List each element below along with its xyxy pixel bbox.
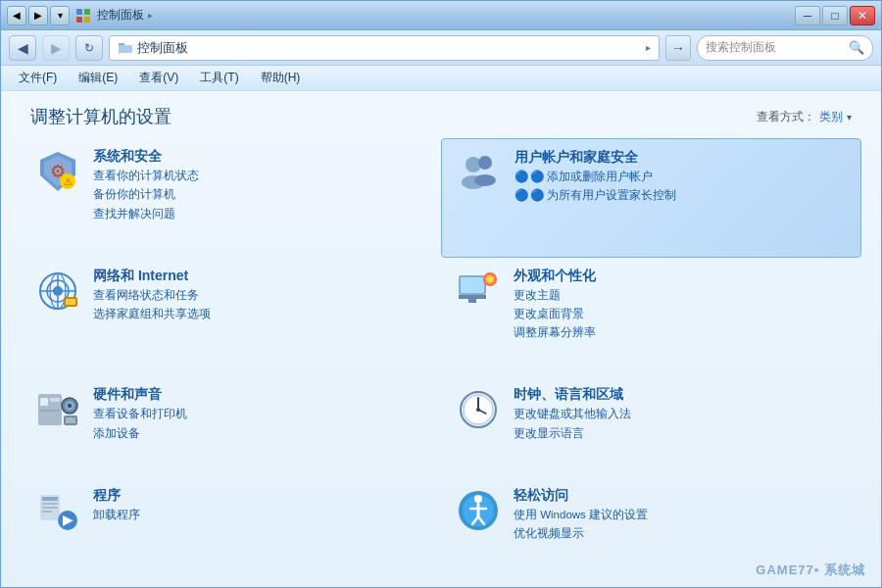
menu-view[interactable]: 查看(V) — [129, 68, 188, 88]
address-arrow: ▸ — [646, 42, 651, 53]
system-security-link-0[interactable]: 查看你的计算机状态 — [93, 168, 199, 184]
menu-edit[interactable]: 编辑(E) — [69, 68, 127, 88]
main-content: 调整计算机的设置 查看方式： 类别 ▾ ⚙ ⚠ — [1, 91, 881, 587]
menu-file[interactable]: 文件(F) — [9, 68, 67, 88]
user-accounts-link-1[interactable]: 🔵 🔵 为所有用户设置家长控制 — [514, 187, 676, 204]
svg-rect-5 — [119, 45, 132, 53]
ease-access-icon — [455, 487, 502, 534]
ease-access-link-1[interactable]: 优化视频显示 — [514, 525, 648, 542]
go-button[interactable]: → — [665, 35, 691, 61]
address-input-wrap[interactable]: 控制面板 ▸ — [109, 35, 660, 61]
ease-access-text: 轻松访问 使用 Windows 建议的设置 优化视频显示 — [514, 487, 648, 543]
user-accounts-icon — [456, 149, 503, 196]
svg-rect-2 — [76, 17, 82, 23]
hardware-link-0[interactable]: 查看设备和打印机 — [93, 406, 187, 422]
title-bar-left: ◀ ▶ ▾ 控制面板 ▸ — [7, 6, 795, 25]
panel-appearance[interactable]: 外观和个性化 更改主题 更改桌面背景 调整屏幕分辨率 — [441, 258, 861, 377]
svg-rect-32 — [50, 398, 60, 402]
title-controls: ─ □ ✕ — [795, 6, 875, 25]
clock-link-0[interactable]: 更改键盘或其他输入法 — [514, 406, 631, 422]
svg-rect-33 — [40, 410, 60, 412]
svg-rect-45 — [42, 497, 58, 501]
system-security-title[interactable]: 系统和安全 — [93, 148, 199, 166]
nav-refresh-button[interactable]: ↻ — [75, 35, 103, 61]
user-accounts-link-0[interactable]: 🔵 🔵 添加或删除用户帐户 — [514, 169, 676, 185]
network-icon — [34, 268, 81, 315]
panel-clock[interactable]: 时钟、语言和区域 更改键盘或其他输入法 更改显示语言 — [441, 376, 861, 476]
menu-help[interactable]: 帮助(H) — [251, 68, 311, 88]
view-arrow-icon: ▾ — [847, 112, 852, 122]
programs-title[interactable]: 程序 — [93, 487, 140, 505]
svg-rect-47 — [42, 507, 58, 509]
hardware-text: 硬件和声音 查看设备和打印机 添加设备 — [93, 386, 187, 442]
panel-system-security[interactable]: ⚙ ⚠ 系统和安全 查看你的计算机状态 备份你的计算机 查找并解决问题 — [21, 138, 441, 258]
panel-network[interactable]: 网络和 Internet 查看网络状态和任务 选择家庭组和共享选项 — [21, 258, 441, 377]
appearance-link-0[interactable]: 更改主题 — [514, 287, 596, 304]
network-link-0[interactable]: 查看网络状态和任务 — [93, 287, 211, 304]
back-button[interactable]: ◀ — [7, 6, 26, 25]
search-wrap[interactable]: 搜索控制面板 🔍 — [697, 35, 873, 61]
menu-tools[interactable]: 工具(T) — [190, 68, 248, 88]
watermark: GAME77▪ 系统城 — [756, 562, 865, 579]
svg-rect-1 — [84, 9, 90, 15]
controlpanel-icon — [75, 8, 91, 24]
dropdown-button[interactable]: ▾ — [50, 6, 70, 25]
forward-button[interactable]: ▶ — [28, 6, 48, 25]
maximize-button[interactable]: □ — [822, 6, 848, 25]
close-button[interactable]: ✕ — [850, 6, 875, 25]
search-input[interactable]: 搜索控制面板 — [706, 39, 845, 56]
user-accounts-text: 用户帐户和家庭安全 🔵 🔵 添加或删除用户帐户 🔵 🔵 为所有用户设置家长控制 — [514, 149, 676, 205]
clock-link-1[interactable]: 更改显示语言 — [514, 425, 631, 442]
appearance-link-2[interactable]: 调整屏幕分辨率 — [514, 324, 596, 341]
hardware-link-1[interactable]: 添加设备 — [93, 425, 187, 442]
appearance-icon — [455, 268, 502, 315]
appearance-link-1[interactable]: 更改桌面背景 — [514, 306, 596, 322]
nav-back-button[interactable]: ◀ — [9, 35, 36, 61]
system-security-link-1[interactable]: 备份你的计算机 — [93, 186, 199, 203]
view-label: 查看方式： — [757, 109, 815, 125]
svg-point-53 — [474, 495, 482, 503]
breadcrumb-arrow: ▸ — [148, 10, 153, 21]
appearance-title[interactable]: 外观和个性化 — [514, 268, 596, 285]
menu-bar: 文件(F) 编辑(E) 查看(V) 工具(T) 帮助(H) — [1, 66, 881, 91]
view-value-button[interactable]: 类别 — [819, 109, 843, 125]
ease-access-link-0[interactable]: 使用 Windows 建议的设置 — [514, 507, 648, 523]
svg-point-29 — [487, 276, 493, 282]
main-window: ◀ ▶ ▾ 控制面板 ▸ ─ □ ✕ ◀ ▶ ↻ — [0, 0, 882, 588]
panel-grid: ⚙ ⚠ 系统和安全 查看你的计算机状态 备份你的计算机 查找并解决问题 — [1, 134, 881, 587]
svg-text:▶: ▶ — [63, 512, 74, 527]
svg-rect-26 — [468, 299, 476, 303]
clock-text: 时钟、语言和区域 更改键盘或其他输入法 更改显示语言 — [514, 386, 631, 442]
svg-point-36 — [68, 404, 72, 408]
search-icon[interactable]: 🔍 — [849, 40, 864, 55]
svg-rect-48 — [42, 511, 52, 513]
ease-access-title[interactable]: 轻松访问 — [514, 487, 648, 505]
network-link-1[interactable]: 选择家庭组和共享选项 — [93, 306, 211, 322]
panel-hardware[interactable]: 硬件和声音 查看设备和打印机 添加设备 — [21, 376, 441, 476]
panel-programs[interactable]: ▶ 程序 卸载程序 — [21, 477, 441, 577]
svg-text:⚠: ⚠ — [64, 176, 73, 187]
clock-icon — [455, 386, 502, 433]
programs-link-0[interactable]: 卸载程序 — [93, 507, 140, 523]
svg-point-14 — [474, 174, 496, 186]
hardware-title[interactable]: 硬件和声音 — [93, 386, 187, 404]
minimize-button[interactable]: ─ — [795, 6, 820, 25]
svg-rect-38 — [66, 417, 75, 423]
content-header: 调整计算机的设置 查看方式： 类别 ▾ — [1, 91, 881, 134]
system-security-text: 系统和安全 查看你的计算机状态 备份你的计算机 查找并解决问题 — [93, 148, 199, 222]
network-title[interactable]: 网络和 Internet — [93, 268, 211, 285]
nav-forward-button[interactable]: ▶ — [42, 35, 70, 61]
svg-rect-0 — [76, 9, 82, 15]
view-mode: 查看方式： 类别 ▾ — [757, 109, 852, 125]
appearance-text: 外观和个性化 更改主题 更改桌面背景 调整屏幕分辨率 — [514, 268, 596, 342]
system-security-link-2[interactable]: 查找并解决问题 — [93, 206, 199, 222]
clock-title[interactable]: 时钟、语言和区域 — [514, 386, 631, 404]
system-security-icon: ⚙ ⚠ — [34, 148, 81, 195]
svg-rect-3 — [84, 17, 90, 23]
address-text: 控制面板 — [137, 39, 642, 57]
svg-rect-31 — [40, 398, 48, 406]
svg-point-13 — [478, 156, 492, 170]
panel-user-accounts[interactable]: 用户帐户和家庭安全 🔵 🔵 添加或删除用户帐户 🔵 🔵 为所有用户设置家长控制 — [441, 138, 861, 258]
svg-rect-22 — [66, 299, 75, 305]
user-accounts-title[interactable]: 用户帐户和家庭安全 — [514, 149, 676, 167]
